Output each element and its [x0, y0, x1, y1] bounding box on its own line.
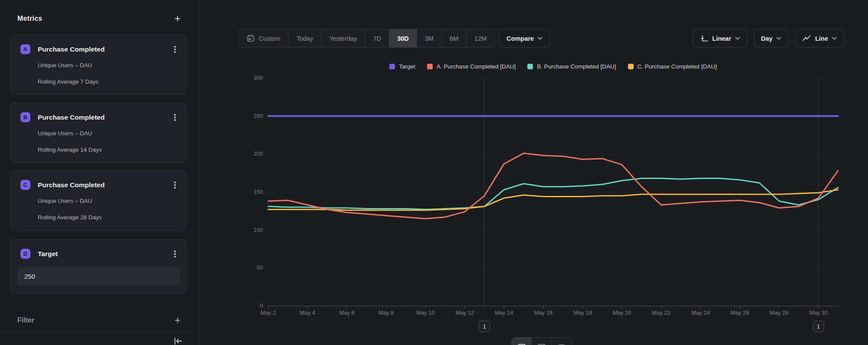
small-panel-icon [557, 343, 566, 345]
range-label: 3M [425, 35, 434, 42]
x-tick-label: May 14 [484, 309, 523, 316]
x-tick-label: May 22 [642, 309, 681, 316]
kebab-menu-icon[interactable] [170, 179, 180, 191]
range-today-button[interactable]: Today [289, 29, 322, 47]
kebab-menu-icon[interactable] [170, 112, 180, 123]
legend-swatch [527, 64, 533, 69]
metric-title: Purchase Completed [38, 46, 105, 53]
x-tick-label: May 6 [327, 309, 366, 316]
legend-item-target[interactable]: Target [389, 63, 415, 70]
line-chart-plot[interactable] [268, 78, 838, 309]
x-tick-label: May 24 [681, 309, 720, 316]
metric-badge: D [20, 249, 30, 259]
range-label: 30D [397, 35, 409, 42]
y-tick-label: 200 [240, 150, 263, 157]
sidebar-header: Metrics + [17, 14, 181, 23]
chart-toolbar: Custom Today Yesterday 7D 30D 3M 6M 12M … [238, 29, 844, 48]
range-6m-button[interactable]: 6M [442, 29, 467, 47]
collapse-sidebar-icon[interactable] [173, 337, 183, 345]
chevron-down-icon [776, 37, 781, 40]
chevron-down-icon [538, 37, 542, 40]
legend-item-a[interactable]: A. Purchase Completed [DAU] [427, 63, 516, 70]
x-tick-label: May 2 [249, 309, 288, 316]
chart-size-medium-button[interactable] [532, 338, 552, 345]
x-tick-label: May 30 [799, 309, 838, 316]
dashboard: Metrics + A Purchase Completed Unique Us… [0, 0, 868, 345]
chart-display-controls: Linear Day Line [693, 29, 844, 48]
line-chart: 050100150200250300 May 2May 4May 6May 8M… [268, 78, 838, 306]
metric-title: Target [38, 250, 58, 258]
metric-title: Purchase Completed [38, 114, 105, 121]
y-axis-labels: 050100150200250300 [240, 78, 263, 306]
x-tick-label: May 26 [720, 309, 760, 316]
x-tick-label: May 28 [760, 309, 799, 316]
legend-label: A. Purchase Completed [DAU] [437, 63, 516, 70]
y-tick-label: 100 [240, 227, 263, 233]
target-card[interactable]: D Target [10, 239, 187, 293]
metric-rolling-average: Rolling Average 28 Days [38, 214, 102, 221]
kebab-menu-icon[interactable] [170, 248, 180, 260]
chevron-down-icon [832, 37, 837, 40]
x-tick-label: May 8 [367, 309, 406, 316]
x-tick-label: May 12 [445, 309, 484, 316]
metric-measure: Unique Users – DAU [38, 198, 92, 204]
range-label: 6M [450, 35, 458, 42]
metric-measure: Unique Users – DAU [38, 62, 92, 68]
legend-swatch [427, 64, 433, 69]
range-7d-button[interactable]: 7D [365, 29, 390, 47]
range-yesterday-button[interactable]: Yesterday [322, 29, 365, 47]
x-tick-label: May 18 [563, 309, 602, 316]
metric-badge: A [20, 44, 30, 54]
legend-label: B. Purchase Completed [DAU] [537, 63, 616, 70]
filter-heading: Filter [17, 316, 34, 324]
scale-label: Linear [712, 35, 731, 42]
y-tick-label: 150 [240, 189, 263, 195]
legend-label: Target [399, 63, 415, 70]
filter-section: Filter + [17, 316, 181, 325]
chart-type-label: Line [815, 35, 828, 42]
metric-card-b[interactable]: B Purchase Completed Unique Users – DAU … [10, 103, 187, 163]
legend-item-b[interactable]: B. Purchase Completed [DAU] [527, 63, 616, 70]
chart-type-dropdown[interactable]: Line [795, 29, 844, 48]
chart-size-small-button[interactable] [552, 338, 572, 345]
x-tick-label: May 10 [406, 309, 445, 316]
legend-label: C. Purchase Completed [DAU] [638, 63, 717, 70]
y-tick-label: 50 [240, 264, 263, 271]
large-panel-icon [517, 343, 526, 345]
range-custom-button[interactable]: Custom [239, 29, 289, 47]
target-value-input[interactable] [17, 267, 180, 286]
legend-swatch [389, 64, 395, 69]
metric-badge: C [20, 180, 30, 190]
range-label: Today [296, 35, 313, 42]
add-filter-button[interactable]: + [174, 316, 181, 325]
annotation-badge[interactable]: 1 [813, 321, 824, 332]
series-line-c[interactable] [268, 190, 838, 210]
sidebar-divider [0, 332, 200, 332]
split-panel-icon [537, 343, 546, 345]
chart-size-large-button[interactable] [512, 338, 532, 345]
range-label: Yesterday [329, 35, 357, 42]
line-chart-icon [802, 35, 811, 42]
metrics-sidebar: Metrics + A Purchase Completed Unique Us… [0, 0, 200, 345]
range-3m-button[interactable]: 3M [417, 29, 442, 47]
metric-title: Purchase Completed [38, 181, 105, 189]
add-metric-button[interactable]: + [174, 14, 181, 23]
range-30d-button[interactable]: 30D [389, 29, 417, 47]
metric-rolling-average: Rolling Average 7 Days [38, 78, 99, 85]
y-tick-label: 250 [240, 113, 263, 119]
scale-dropdown[interactable]: Linear [693, 29, 747, 48]
range-12m-button[interactable]: 12M [467, 29, 494, 47]
metrics-heading: Metrics [17, 15, 42, 23]
legend-item-c[interactable]: C. Purchase Completed [DAU] [628, 63, 717, 70]
chevron-down-icon [735, 37, 740, 40]
interval-label: Day [761, 35, 773, 42]
compare-dropdown[interactable]: Compare [499, 29, 550, 48]
metric-card-c[interactable]: C Purchase Completed Unique Users – DAU … [10, 170, 187, 231]
kebab-menu-icon[interactable] [170, 44, 180, 55]
annotation-badge[interactable]: 1 [479, 321, 490, 332]
metric-measure: Unique Users – DAU [38, 130, 92, 137]
interval-dropdown[interactable]: Day [754, 29, 789, 48]
metric-card-a[interactable]: A Purchase Completed Unique Users – DAU … [10, 35, 187, 94]
range-label: Custom [259, 35, 280, 42]
range-label: 12M [474, 35, 487, 42]
